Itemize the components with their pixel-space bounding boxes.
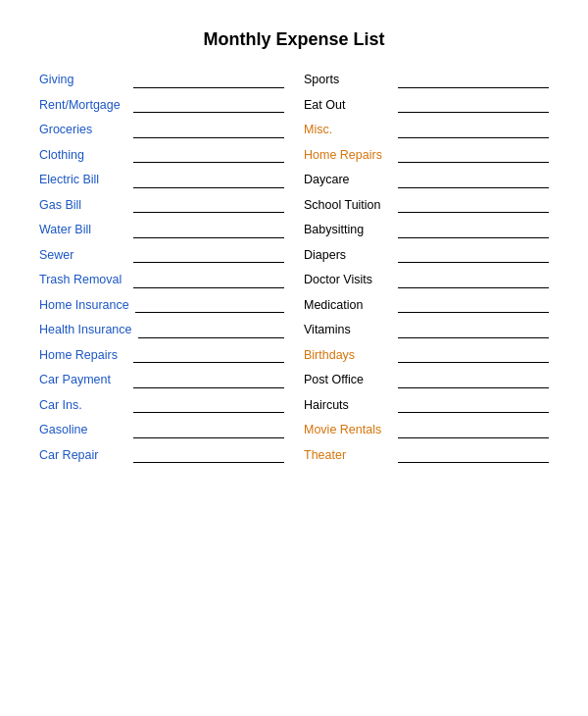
list-item: Home Insurance [39, 299, 284, 314]
expense-input-line[interactable] [133, 225, 284, 238]
list-item: Misc. [304, 124, 549, 138]
expense-input-line[interactable] [133, 199, 284, 213]
expense-input-line[interactable] [398, 425, 549, 438]
expense-input-line[interactable] [398, 99, 549, 113]
expense-input-line[interactable] [398, 125, 549, 138]
list-item: Electric Bill [39, 174, 284, 188]
list-item: Giving [39, 74, 284, 88]
list-item: Gas Bill [39, 199, 284, 214]
expense-label: Misc. [304, 124, 392, 138]
expense-label: Car Repair [39, 449, 127, 464]
expense-label: Sewer [39, 249, 127, 264]
list-item: Medication [304, 299, 549, 314]
expense-input-line[interactable] [398, 325, 549, 338]
expense-label: Post Office [304, 374, 392, 388]
expense-input-line[interactable] [398, 75, 549, 88]
list-item: Car Payment [39, 374, 284, 388]
expense-input-line[interactable] [133, 349, 284, 363]
expense-label: Home Repairs [39, 349, 127, 364]
expense-input-line[interactable] [398, 199, 549, 213]
list-item: Theater [304, 449, 549, 464]
expense-label: Movie Rentals [304, 424, 392, 438]
list-item: Sports [304, 74, 549, 88]
expense-label: Water Bill [39, 224, 127, 238]
expense-label: Babysitting [304, 224, 392, 238]
expense-label: Doctor Visits [304, 274, 392, 288]
expense-input-line[interactable] [133, 275, 284, 288]
list-item: Home Repairs [39, 349, 284, 364]
expense-label: Haircuts [304, 399, 392, 414]
list-item: Home Repairs [304, 149, 549, 164]
expense-label: Sports [304, 74, 392, 88]
list-item: Vitamins [304, 324, 549, 338]
expense-input-line[interactable] [398, 449, 549, 463]
expense-input-line[interactable] [398, 349, 549, 363]
list-item: Eat Out [304, 99, 549, 114]
expense-label: Gasoline [39, 424, 127, 438]
expense-input-line[interactable] [133, 149, 284, 163]
list-item: Groceries [39, 124, 284, 138]
expense-label: Eat Out [304, 99, 392, 114]
list-item: Post Office [304, 374, 549, 388]
list-item: Haircuts [304, 399, 549, 414]
expense-input-line[interactable] [133, 399, 284, 413]
list-item: Water Bill [39, 224, 284, 238]
list-item: Sewer [39, 249, 284, 264]
right-column: SportsEat OutMisc.Home RepairsDaycareSch… [304, 74, 549, 474]
expense-input-line[interactable] [398, 249, 549, 263]
expense-label: Rent/Mortgage [39, 99, 127, 114]
expense-label: Birthdays [304, 349, 392, 364]
list-item: School Tuition [304, 199, 549, 214]
expense-input-line[interactable] [138, 325, 284, 338]
left-column: GivingRent/MortgageGroceriesClothingElec… [39, 74, 284, 474]
expense-input-line[interactable] [133, 125, 284, 138]
expense-label: Home Insurance [39, 299, 129, 314]
expense-input-line[interactable] [398, 375, 549, 388]
list-item: Car Repair [39, 449, 284, 464]
expense-label: Groceries [39, 124, 127, 138]
expense-input-line[interactable] [398, 175, 549, 188]
expense-input-line[interactable] [133, 375, 284, 388]
expense-label: Medication [304, 299, 392, 314]
expense-input-line[interactable] [398, 299, 549, 313]
list-item: Rent/Mortgage [39, 99, 284, 114]
list-item: Gasoline [39, 424, 284, 438]
expense-input-line[interactable] [398, 275, 549, 288]
expense-input-line[interactable] [398, 149, 549, 163]
expense-label: Health Insurance [39, 324, 132, 338]
expense-label: School Tuition [304, 199, 392, 214]
expense-input-line[interactable] [133, 75, 284, 88]
expense-input-line[interactable] [133, 99, 284, 113]
expense-input-line[interactable] [133, 249, 284, 263]
expense-label: Clothing [39, 149, 127, 164]
expense-label: Diapers [304, 249, 392, 264]
expense-label: Electric Bill [39, 174, 127, 188]
expense-label: Home Repairs [304, 149, 392, 164]
expense-label: Vitamins [304, 324, 392, 338]
list-item: Movie Rentals [304, 424, 549, 438]
list-item: Daycare [304, 174, 549, 188]
expense-input-line[interactable] [133, 175, 284, 188]
list-item: Birthdays [304, 349, 549, 364]
list-item: Babysitting [304, 224, 549, 238]
expense-input-line[interactable] [133, 449, 284, 463]
list-item: Trash Removal [39, 274, 284, 288]
list-item: Health Insurance [39, 324, 284, 338]
expense-label: Giving [39, 74, 127, 88]
page-title: Monthly Expense List [39, 29, 549, 50]
expense-input-line[interactable] [398, 399, 549, 413]
expense-label: Theater [304, 449, 392, 464]
expense-label: Car Ins. [39, 399, 127, 414]
expense-label: Daycare [304, 174, 392, 188]
expense-input-line[interactable] [135, 299, 284, 313]
list-item: Clothing [39, 149, 284, 164]
list-item: Car Ins. [39, 399, 284, 414]
expense-label: Gas Bill [39, 199, 127, 214]
expense-label: Trash Removal [39, 274, 127, 288]
expense-columns: GivingRent/MortgageGroceriesClothingElec… [39, 74, 549, 474]
expense-label: Car Payment [39, 374, 127, 388]
list-item: Diapers [304, 249, 549, 264]
expense-input-line[interactable] [398, 225, 549, 238]
expense-input-line[interactable] [133, 425, 284, 438]
list-item: Doctor Visits [304, 274, 549, 288]
